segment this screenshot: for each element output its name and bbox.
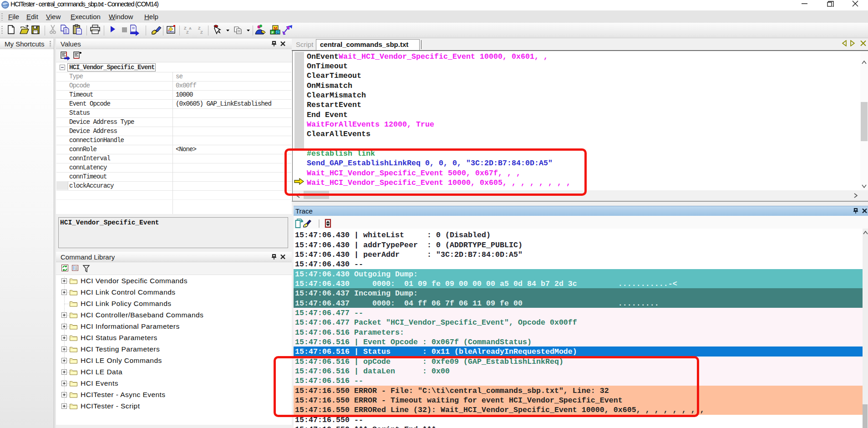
svg-text:A: A [189,26,192,31]
svg-text:Z: Z [200,30,203,35]
svg-text:C: C [277,31,279,35]
svg-text:F: F [272,31,274,35]
svg-text:Z: Z [186,30,189,35]
